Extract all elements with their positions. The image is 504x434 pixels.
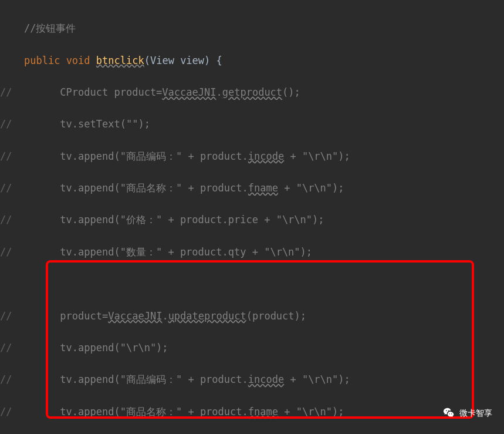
code-line: // tv.append("商品编码：" + product.incode + … <box>0 372 504 388</box>
code-line: // CProduct product=VaccaeJNI.getproduct… <box>0 85 504 100</box>
wechat-icon <box>443 406 456 419</box>
comment: //按钮事件 <box>24 22 76 34</box>
code-line: // product=VaccaeJNI.updateproduct(produ… <box>0 308 504 324</box>
code-line: //按钮事件 <box>0 21 504 36</box>
code-line: // tv.append("数量：" + product.qty + "\r\n… <box>0 244 504 260</box>
watermark-text: 微卡智享 <box>459 406 492 419</box>
watermark: 微卡智享 <box>443 406 492 419</box>
code-line <box>0 276 504 292</box>
code-line: // tv.append("价格：" + product.price + "\r… <box>0 212 504 228</box>
code-line: // tv.append("\r\n"); <box>0 340 504 356</box>
code-line: public void btnclick(View view) { <box>0 53 504 69</box>
code-editor[interactable]: //按钮事件 public void btnclick(View view) {… <box>0 0 504 434</box>
code-line: // tv.append("商品编码：" + product.incode + … <box>0 149 504 164</box>
code-line: // tv.setText(""); <box>0 116 504 132</box>
code-line: // tv.append("商品名称：" + product.fname + "… <box>0 180 504 196</box>
code-line: // tv.append("商品名称：" + product.fname + "… <box>0 404 504 420</box>
